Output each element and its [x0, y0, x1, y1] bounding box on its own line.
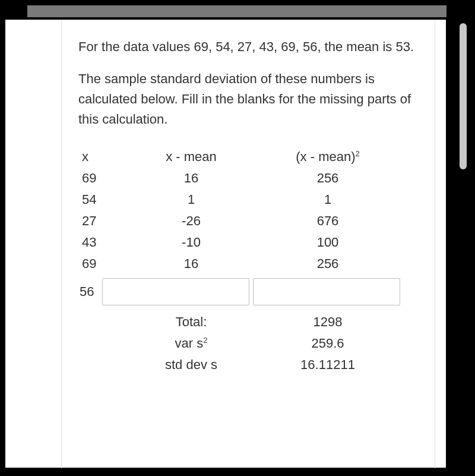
table-row: 69 16 256: [78, 253, 418, 275]
header-x: x: [78, 149, 126, 165]
blank-answer-row: 56: [78, 278, 418, 305]
header-xmean: x - mean: [126, 149, 256, 165]
table-row: 27 -26 676: [78, 210, 418, 232]
app-frame: For the data values 69, 54, 27, 43, 69, …: [0, 0, 475, 476]
scrollbar-thumb[interactable]: [460, 23, 467, 169]
variance-label-exp: 2: [203, 336, 207, 345]
variance-label: var s2: [126, 336, 256, 351]
cell-x: 69: [78, 171, 126, 186]
cell-x: 43: [78, 235, 126, 250]
intro-paragraph-1: For the data values 69, 54, 27, 43, 69, …: [78, 37, 418, 57]
total-value: 1298: [256, 314, 399, 330]
variance-row: var s2 259.6: [78, 333, 418, 354]
cell-x: 27: [78, 213, 126, 229]
intro-paragraph-2: The sample standard deviation of these n…: [78, 69, 418, 130]
table-header-row: x x - mean (x - mean)2: [78, 146, 418, 168]
table-row: 43 -10 100: [78, 232, 418, 253]
cell-xmeansq: 256: [256, 256, 399, 272]
blank-input-xmeansq[interactable]: [253, 278, 400, 305]
question-content: For the data values 69, 54, 27, 43, 69, …: [61, 20, 435, 468]
calculation-table: x x - mean (x - mean)2 69 16 256 54 1 1: [78, 146, 418, 376]
document-page: For the data values 69, 54, 27, 43, 69, …: [5, 20, 446, 468]
stddev-label: std dev s: [126, 357, 256, 373]
table-row: 54 1 1: [78, 189, 418, 210]
variance-label-prefix: var s: [175, 336, 204, 351]
total-row: Total: 1298: [78, 311, 418, 333]
stddev-row: std dev s 16.11211: [78, 354, 418, 376]
blank-input-xmean[interactable]: [102, 278, 249, 305]
cell-xmeansq: 1: [256, 192, 399, 207]
cell-xmeansq: 100: [256, 235, 399, 250]
cell-xmeansq: 676: [256, 213, 399, 229]
cell-xmeansq: 256: [256, 171, 399, 186]
cell-xmean: 1: [126, 192, 256, 207]
cell-xmean: 16: [126, 171, 256, 186]
header-xmeansq: (x - mean)2: [256, 149, 399, 165]
cell-x: 69: [78, 256, 126, 272]
total-label: Total:: [126, 314, 256, 330]
header-xmeansq-exp: 2: [356, 149, 360, 158]
stddev-value: 16.11211: [256, 357, 399, 373]
top-grab-bar: [27, 5, 446, 17]
variance-value: 259.6: [256, 336, 399, 351]
cell-xmean: -10: [126, 235, 256, 250]
header-xmeansq-prefix: (x - mean): [296, 150, 355, 165]
cell-xmean: 16: [126, 256, 256, 272]
cell-x: 54: [78, 192, 126, 207]
table-row: 69 16 256: [78, 168, 418, 189]
summary-rows: Total: 1298 var s2 259.6 std dev s 16.11…: [78, 311, 418, 376]
blank-row-x: 56: [78, 284, 102, 300]
cell-xmean: -26: [126, 213, 256, 229]
